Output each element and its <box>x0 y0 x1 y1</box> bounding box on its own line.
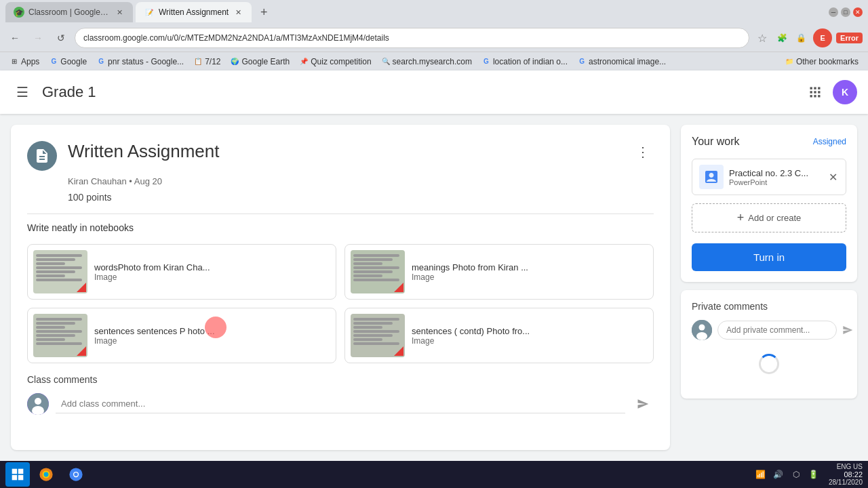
image-name-2: meanings Photo from Kiran ... <box>412 262 648 272</box>
profile-icon[interactable]: E <box>813 28 832 47</box>
extension-icon-1[interactable]: 🧩 <box>774 30 790 46</box>
bookmark-star-icon[interactable]: ☆ <box>757 32 767 45</box>
assignment-more-button[interactable]: ⋮ <box>632 141 654 163</box>
bookmarks-bar: ⊞ Apps G Google G pnr status - Google...… <box>0 52 868 70</box>
text-line <box>36 338 65 341</box>
add-or-create-button[interactable]: + Add or create <box>692 203 846 232</box>
minimize-button[interactable]: ─ <box>829 7 838 17</box>
svg-rect-5 <box>818 91 820 93</box>
text-line <box>353 326 382 329</box>
bookmark-apps-label: Apps <box>21 57 39 66</box>
bookmark-quiz[interactable]: 📌 Quiz competition <box>295 56 375 68</box>
search-bm-icon: 🔍 <box>381 57 391 66</box>
assignment-title: Written Assignment <box>68 141 621 162</box>
apps-grid-button[interactable] <box>803 80 827 104</box>
private-comments-card: Private comments <box>681 290 857 399</box>
class-comment-send-button[interactable] <box>632 393 654 415</box>
app-title: Grade 1 <box>42 83 795 101</box>
bookmark-search[interactable]: 🔍 search.mysearch.com <box>377 56 476 68</box>
image-card-1[interactable]: wordsPhoto from Kiran Cha... Image <box>27 244 336 300</box>
text-line <box>36 254 82 257</box>
reload-button[interactable]: ↺ <box>52 28 71 47</box>
file-type: PowerPoint <box>729 178 822 186</box>
image-type-4: Image <box>412 336 648 346</box>
image-thumb-4 <box>351 314 405 357</box>
text-line <box>353 334 393 337</box>
text-line <box>36 266 82 269</box>
app-header: ☰ Grade 1 K <box>0 70 868 114</box>
spinner-icon <box>759 354 779 374</box>
assignment-meta: Kiran Chauhan • Aug 20 <box>27 176 654 186</box>
svg-rect-1 <box>814 87 816 89</box>
browser-tab-1[interactable]: 🎓 Classroom | Google for Educatio... ✕ <box>5 2 133 22</box>
bookmark-712[interactable]: 📋 7/12 <box>189 56 224 68</box>
image-name-3: sentences sentences P hoto ... <box>94 326 330 336</box>
forward-button[interactable]: → <box>28 28 47 47</box>
attached-file[interactable]: Practical no. 2.3 C... PowerPoint ✕ <box>692 159 846 195</box>
svg-rect-0 <box>810 87 812 89</box>
image-card-3[interactable]: sentences sentences P hoto ... Image <box>27 308 336 363</box>
712-bm-icon: 📋 <box>193 57 203 66</box>
svg-point-13 <box>699 325 705 331</box>
add-icon: + <box>737 211 745 225</box>
text-line <box>353 262 382 265</box>
text-line <box>353 279 399 281</box>
user-avatar[interactable]: K <box>833 80 857 104</box>
image-grid: wordsPhoto from Kiran Cha... Image <box>27 244 654 363</box>
text-line <box>353 270 393 273</box>
thumb-text-2 <box>351 250 405 285</box>
class-comment-avatar <box>27 393 49 415</box>
image-card-2[interactable]: meanings Photo from Kiran ... Image <box>344 244 654 300</box>
turn-in-button[interactable]: Turn in <box>692 243 846 271</box>
svg-point-10 <box>35 398 41 405</box>
private-comment-send-button[interactable] <box>842 321 853 340</box>
bookmark-pnr[interactable]: G pnr status - Google... <box>92 56 188 68</box>
extension-icon-2[interactable]: 🔒 <box>793 30 809 46</box>
bookmark-search-label: search.mysearch.com <box>393 57 472 66</box>
class-comment-input[interactable] <box>56 394 625 413</box>
image-thumb-3 <box>33 314 87 357</box>
back-button[interactable]: ← <box>5 28 24 47</box>
image-name-4: sentences ( contd) Photo fro... <box>412 326 648 336</box>
file-remove-button[interactable]: ✕ <box>827 169 839 185</box>
text-line <box>353 258 393 261</box>
file-name: Practical no. 2.3 C... <box>729 168 822 178</box>
maximize-button[interactable]: □ <box>841 7 850 17</box>
main-content: Written Assignment ⋮ Kiran Chauhan • Aug… <box>0 114 868 461</box>
bookmark-astro[interactable]: G astronomical image... <box>573 56 670 68</box>
svg-rect-2 <box>818 87 820 89</box>
other-bm-icon: 📁 <box>785 57 794 66</box>
file-thumbnail-icon <box>699 165 724 189</box>
tab-1-icon: 🎓 <box>14 7 24 18</box>
hamburger-menu-button[interactable]: ☰ <box>11 79 34 106</box>
assignment-instruction: Write neatly in notebooks <box>27 222 654 233</box>
private-comment-input[interactable] <box>717 321 837 340</box>
bookmark-712-label: 7/12 <box>205 57 220 66</box>
extensions-area: 🧩 🔒 <box>774 30 809 46</box>
thumb-text-4 <box>351 314 405 349</box>
image-card-4[interactable]: sentences ( contd) Photo fro... Image <box>344 308 654 363</box>
new-tab-button[interactable]: + <box>254 3 273 22</box>
work-panel: Your work Assigned Practical no. 2.3 C..… <box>681 125 857 450</box>
header-icons: K <box>803 80 857 104</box>
divider-line <box>27 214 654 214</box>
assignment-separator: • <box>129 176 134 186</box>
svg-rect-7 <box>814 95 816 97</box>
text-line <box>353 322 393 325</box>
window-controls: ─ □ ✕ <box>829 7 863 17</box>
tab-2-close[interactable]: ✕ <box>233 7 243 18</box>
bookmark-apps[interactable]: ⊞ Apps <box>5 56 43 68</box>
bookmark-other[interactable]: 📁 Other bookmarks <box>781 56 863 68</box>
close-button[interactable]: ✕ <box>853 7 863 17</box>
image-type-3: Image <box>94 336 330 346</box>
tab-1-close[interactable]: ✕ <box>114 7 125 18</box>
url-bar[interactable]: classroom.google.com/u/0/c/MTEzMDM2NzA2N… <box>75 28 749 48</box>
browser-tab-2[interactable]: 📝 Written Assignment ✕ <box>136 2 252 22</box>
text-line <box>36 270 75 273</box>
image-info-2: meanings Photo from Kiran ... Image <box>412 262 648 282</box>
private-comment-row <box>692 320 846 340</box>
bookmark-google[interactable]: G Google <box>45 56 91 68</box>
assignment-date: Aug 20 <box>134 176 162 186</box>
bookmark-location[interactable]: G location of indian o... <box>477 56 572 68</box>
bookmark-earth[interactable]: 🌍 Google Earth <box>226 56 294 68</box>
